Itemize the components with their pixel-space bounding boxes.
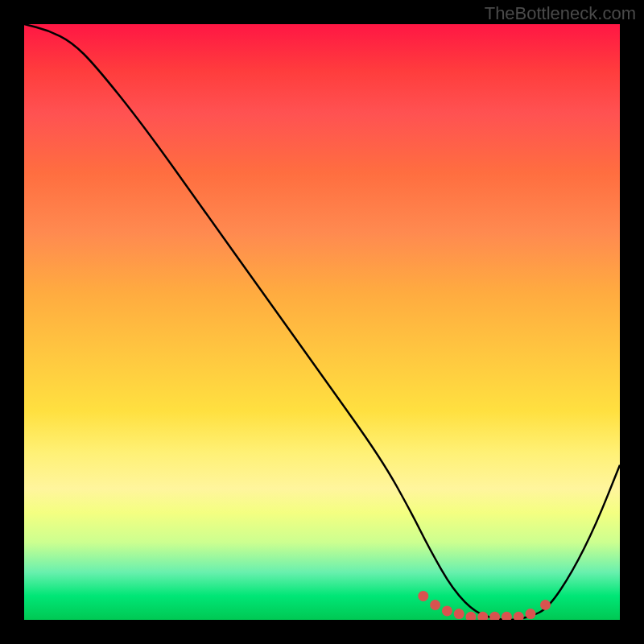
marker-dot [502,612,512,620]
marker-dot [514,612,524,620]
marker-dot [526,609,536,619]
bottleneck-curve-line [24,24,620,620]
optimal-range-markers [418,591,551,620]
marker-dot [454,609,464,619]
marker-dot [442,605,452,616]
watermark-text: TheBottleneck.com [485,3,636,24]
marker-dot [430,600,440,610]
marker-dot [489,612,500,620]
marker-dot [540,600,551,610]
chart-plot-area [24,24,620,620]
marker-dot [418,591,428,601]
chart-svg [24,24,620,620]
marker-dot [466,612,477,620]
